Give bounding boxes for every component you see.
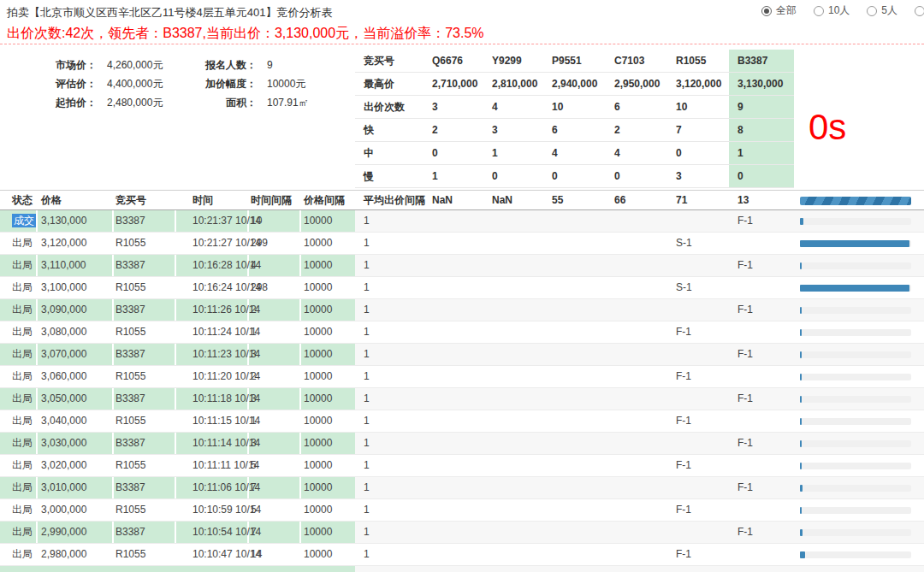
price-cell: 3,030,000 [41, 433, 86, 454]
interval-cell: 3 [251, 433, 257, 454]
summary-cell: 3,130,000 [737, 78, 783, 90]
column-separator [299, 299, 301, 321]
price-cell: 3,050,000 [41, 388, 86, 410]
info-label: 评估价： [24, 74, 97, 93]
info-value: 4,400,000元 [107, 74, 163, 93]
info-row: 报名人数：9 [188, 56, 309, 74]
speed-marker: F-1 [737, 255, 753, 276]
filter-radio-label: 5人 [881, 3, 897, 18]
interval-bar-track [800, 285, 911, 292]
interval-bar [800, 507, 802, 514]
interval-cell: 7 [251, 522, 257, 543]
radio-icon[interactable] [867, 6, 877, 16]
summary-cell: 0 [552, 165, 558, 187]
bidder-summary-table: B3387竞买号Q6676Y9299P9551C7103R10553,130,0… [355, 50, 794, 188]
interval-bar-track [800, 529, 911, 536]
interval-bar-track [800, 396, 911, 403]
summary-cell: 4 [614, 142, 620, 164]
column-separator [175, 433, 176, 454]
bid-row: 出局3,070,000B338710:11:23 10/143100001F-1 [0, 344, 924, 366]
interval-cell: 2 [251, 299, 257, 321]
summary-cell: 0 [432, 142, 438, 164]
price-cell: 3,090,000 [41, 299, 86, 321]
summary-cell: 3 [432, 96, 438, 118]
summary-cell: 6 [614, 96, 620, 118]
speed-marker: F-1 [737, 433, 753, 454]
radio-icon[interactable] [814, 6, 824, 16]
summary-cell: B3387 [737, 55, 767, 67]
highlight-cell: 8 [729, 119, 794, 141]
bid-row: 出局3,090,000B338710:11:26 10/142100001F-1 [0, 299, 924, 321]
summary-cell: Q6676 [432, 50, 463, 72]
column-separator [299, 344, 301, 365]
interval-bar-track [800, 329, 911, 336]
column-separator [112, 299, 114, 321]
filter-radio-2[interactable]: 5人 [867, 3, 897, 18]
speed-marker: F-1 [676, 321, 691, 343]
column-separator [36, 255, 38, 276]
filter-radio-0[interactable]: 全部 [761, 3, 797, 18]
summary-row-label: 中 [364, 142, 374, 164]
price-cell: 3,120,000 [41, 233, 86, 254]
bidder-cell: B3387 [116, 299, 145, 321]
bidder-cell: R1055 [116, 499, 145, 521]
page-title: 拍卖【北京市顺义区西辛北区乙11号楼4层五单元401】竞价分析表 [7, 5, 332, 21]
countdown-timer: 0s [808, 107, 846, 148]
info-row: 市场价：4,260,000元 [24, 56, 163, 74]
summary-cell: 7 [676, 119, 682, 141]
column-separator [175, 477, 176, 498]
avg-interval-value: NaN [432, 191, 453, 209]
column-separator [112, 255, 114, 276]
avg-interval-value: NaN [492, 191, 512, 209]
step-cell: 10000 [304, 410, 332, 432]
summary-cell: 3 [676, 165, 682, 187]
filter-radio-1[interactable]: 10人 [814, 3, 850, 18]
speed-marker: F-1 [737, 299, 753, 321]
price-cell: 3,130,000 [41, 210, 86, 232]
column-separator [36, 522, 38, 543]
price-cell: 3,110,000 [41, 255, 86, 276]
summary-cell: 0 [676, 142, 682, 164]
radio-selected-icon[interactable] [761, 6, 772, 16]
column-separator [175, 344, 176, 365]
radio-icon[interactable] [915, 6, 924, 16]
info-row: 起拍价：2,480,000元 [24, 93, 163, 112]
interval-bar-track [800, 418, 911, 425]
summary-row: 0慢10003 [355, 165, 794, 188]
bidder-cell: B3387 [116, 477, 145, 498]
bid-row: 出局3,010,000B338710:11:06 10/147100001F-1 [0, 477, 924, 499]
bid-row: 出局3,030,000B338710:11:14 10/143100001F-1 [0, 433, 924, 455]
column-separator [299, 522, 301, 543]
speed-marker: F-1 [737, 210, 753, 232]
status-cell: 出局 [12, 455, 33, 476]
summary-cell: 3,120,000 [676, 73, 721, 95]
summary-cell: 2 [432, 119, 438, 141]
summary-cell: 2,710,000 [432, 73, 477, 95]
column-separator [36, 477, 38, 498]
status-cell: 出局 [12, 477, 33, 498]
column-separator [36, 344, 38, 365]
count-cell: 1 [364, 321, 370, 343]
filter-radio-3[interactable]: 3人 [915, 3, 924, 18]
bid-row: 出局3,100,000R105510:16:24 10/14298100001S… [0, 277, 924, 299]
top-bar: 拍卖【北京市顺义区西辛北区乙11号楼4层五单元401】竞价分析表 全部10人5人… [0, 0, 924, 24]
header-interval-bar [800, 197, 911, 205]
interval-bar [800, 396, 802, 403]
highlight-cell: 9 [729, 96, 794, 118]
bidder-cell: R1055 [116, 455, 145, 476]
interval-bar [800, 529, 803, 536]
speed-marker: F-1 [676, 410, 691, 432]
bid-row: 出局2,980,000R105510:10:47 10/1414100001F-… [0, 544, 924, 566]
interval-bar-track [800, 485, 911, 492]
step-cell: 10000 [304, 277, 332, 298]
interval-bar-track [800, 240, 911, 247]
interval-bar [800, 463, 802, 469]
bidder-cell: B3387 [116, 210, 145, 232]
bid-row: 出局3,080,000R105510:11:24 10/141100001F-1 [0, 321, 924, 344]
status-cell: 出局 [12, 433, 33, 454]
speed-marker: F-1 [676, 455, 691, 476]
avg-interval-value: 66 [614, 191, 625, 209]
summary-cell: 2 [614, 119, 620, 141]
bidder-cell: R1055 [116, 544, 145, 565]
status-cell: 出局 [12, 255, 33, 276]
